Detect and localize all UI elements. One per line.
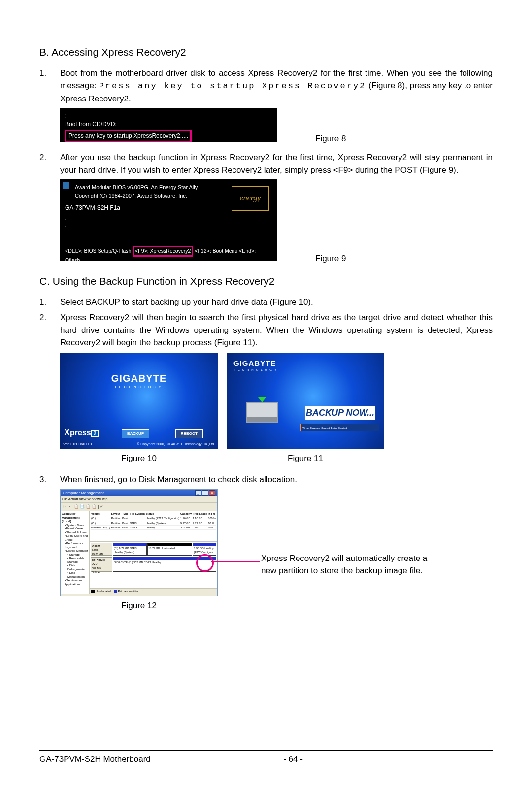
callout-text: Xpress Recovery2 will automatically crea…	[261, 552, 488, 577]
list-number: 1.	[39, 67, 60, 105]
figure-12-caption: Figure 12	[60, 599, 218, 612]
list-number: 3.	[39, 473, 60, 486]
hard-drive-icon	[246, 402, 278, 423]
partition-unallocated: 16.79 GB Unallocated	[147, 543, 192, 556]
technology-subtext: TECHNOLOGY	[60, 385, 218, 390]
xpress-recovery-badge: Xpress2	[64, 426, 99, 439]
pink-highlight-box: Press any key to startup XpressRecovery2…	[65, 130, 192, 142]
figure-9-bios: Award Modular BIOS v6.00PG, An Energy St…	[60, 179, 277, 261]
window-title: Computer Management	[63, 490, 104, 496]
award-logo-icon	[63, 182, 69, 189]
toolbar: ⇦ ⇨ | 📋 📑 📋 📋 | ✓	[61, 503, 217, 511]
figure-11: GIGABYTE TECHNOLOGY BACKUP NOW... Time E…	[227, 353, 384, 449]
pink-callout-line	[211, 561, 260, 562]
figure-11-caption: Figure 11	[288, 452, 323, 465]
section-c-heading: C. Using the Backup Function in Xpress R…	[39, 273, 493, 289]
footer-product: GA-73PVM-S2H Motherboard	[39, 753, 229, 766]
list-body: Select BACKUP to start backing up your h…	[60, 296, 493, 309]
close-icon: ×	[209, 490, 215, 496]
backup-button: BACKUP	[122, 429, 149, 438]
partition-box: (C:) 9.77 GB NTFS Healthy (System)	[113, 543, 147, 556]
download-arrow-icon	[258, 397, 266, 402]
window-titlebar: Computer Management _□×	[61, 490, 217, 496]
list-body: When finished, go to Disk Management to …	[60, 473, 493, 486]
disk-label: Disk 0Basic 29.31 GB Online	[91, 543, 112, 556]
figure-12-disk-management: Computer Management _□× File Action View…	[60, 489, 218, 596]
figure-10: GIGABYTE TECHNOLOGY Xpress2 BACKUP REBOO…	[60, 353, 218, 449]
gigabyte-logo: GIGABYTE	[60, 371, 218, 386]
hotkey-del: <DEL>: BIOS Setup/Q-Flash	[65, 248, 131, 254]
footer-page-number: - 64 -	[283, 753, 303, 766]
energy-star-icon: energy	[232, 186, 269, 211]
section-b-heading: B. Accessing Xpress Recovery2	[39, 44, 493, 60]
version-text: Ver.1.01.060718	[63, 441, 92, 447]
disk-label: CD-ROM 0DVD 502 MB Online	[91, 557, 112, 572]
pink-highlight-f9: <F9>: XpressRecovery2	[133, 246, 193, 257]
menu-bar: File Action View Window Help	[61, 496, 217, 503]
technology-subtext: TECHNOLOGY	[233, 368, 279, 372]
figure-10-caption: Figure 10	[121, 452, 157, 465]
minimize-icon: _	[195, 490, 201, 496]
progress-bar: Time Elapsed Speed Data Copied	[300, 424, 379, 431]
list-body: Xpress Recovery2 will then begin to sear…	[60, 311, 493, 349]
list-body: Boot from the motherboard driver disk to…	[60, 67, 493, 105]
maximize-icon: □	[202, 490, 208, 496]
list-number: 1.	[39, 296, 60, 309]
gigabyte-logo: GIGABYTE	[233, 358, 279, 369]
legend-bar: Unallocated Primary partition	[90, 588, 217, 594]
list-body: After you use the backup function in Xpr…	[60, 151, 493, 176]
nav-tree: Computer Management (Local) • System Too…	[61, 511, 90, 594]
figure-9-caption: Figure 9	[315, 252, 346, 265]
list-number: 2.	[39, 311, 60, 349]
copyright-text: © Copyright 2006, GIGABYTE Technology Co…	[137, 442, 215, 447]
hotkey-line: <DEL>: BIOS Setup/Q-Flash <F9>: XpressRe…	[65, 246, 272, 264]
volume-grid: VolumeLayoutTypeFile SystemStatusCapacit…	[90, 511, 217, 542]
reboot-button: REBOOT	[175, 429, 203, 438]
backup-now-label: BACKUP NOW...	[305, 406, 375, 420]
mono-prompt: Press any key to startup Xpress Recovery…	[99, 81, 366, 91]
list-number: 2.	[39, 151, 60, 176]
pink-callout-circle	[196, 554, 214, 572]
footer-rule	[39, 750, 493, 751]
window-controls: _□×	[195, 490, 215, 496]
bios-date: 09/28/2007-NF73-6A61NG02C-00	[65, 264, 272, 272]
figure-8-caption: Figure 8	[315, 132, 346, 145]
boot-line: Boot from CD/DVD:	[65, 120, 272, 129]
figure-8-bios: .. Boot from CD/DVD: Press any key to st…	[60, 108, 277, 142]
